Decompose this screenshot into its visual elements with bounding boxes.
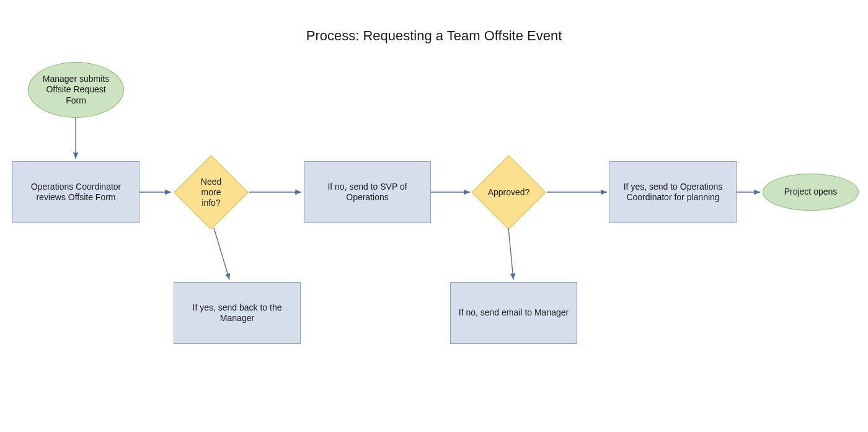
node-review: Operations Coordinator reviews Offsite F…: [12, 161, 140, 223]
node-to-svp-label: If no, send to SVP of Operations: [309, 182, 425, 203]
node-project-opens-label: Project opens: [784, 187, 838, 198]
node-project-opens: Project opens: [763, 174, 859, 211]
arrow-needinfo-sendback: [214, 228, 229, 280]
node-send-back: If yes, send back to the Manager: [174, 282, 301, 344]
node-to-coord-label: If yes, send to Operations Coordinator f…: [615, 182, 731, 203]
node-start-label: Manager submits Offsite Request Form: [40, 74, 112, 107]
flowchart-canvas: Process: Requesting a Team Offsite Event…: [0, 0, 868, 432]
arrow-approved-emailmgr: [508, 228, 513, 280]
node-email-mgr-label: If no, send email to Manager: [459, 307, 569, 319]
node-to-coord: If yes, send to Operations Coordinator f…: [609, 161, 737, 223]
node-to-svp: If no, send to SVP of Operations: [304, 161, 431, 223]
node-send-back-label: If yes, send back to the Manager: [179, 302, 295, 324]
node-review-label: Operations Coordinator reviews Offsite F…: [18, 182, 134, 203]
diagram-title: Process: Requesting a Team Offsite Event: [0, 28, 868, 44]
node-approved-label: Approved?: [482, 166, 535, 219]
node-email-mgr: If no, send email to Manager: [450, 282, 577, 344]
node-start: Manager submits Offsite Request Form: [28, 62, 124, 118]
node-need-info: Need more info?: [185, 166, 237, 219]
node-approved: Approved?: [482, 166, 535, 219]
node-need-info-label: Need more info?: [185, 166, 237, 219]
